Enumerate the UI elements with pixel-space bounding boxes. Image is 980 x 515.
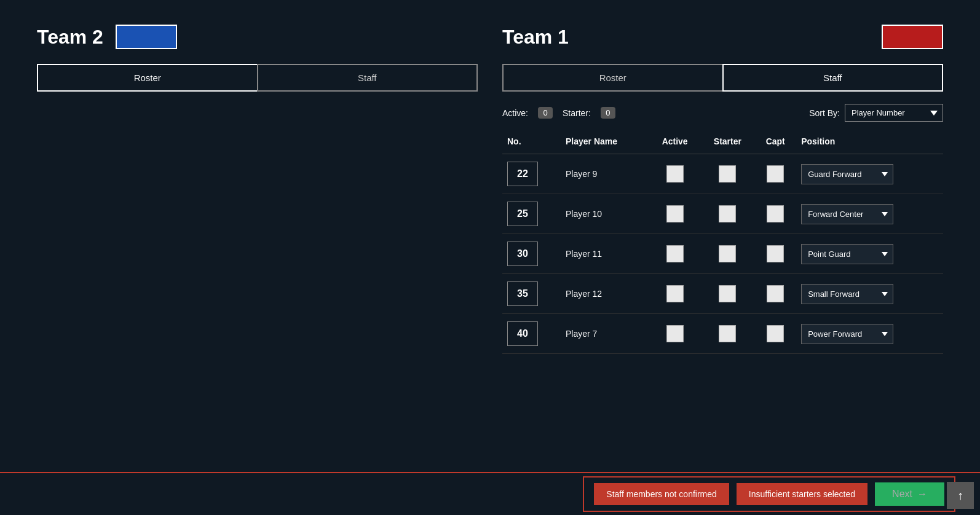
col-starter: Starter <box>700 132 754 154</box>
position-cell: Guard ForwardForward CenterPoint GuardSm… <box>796 234 943 274</box>
capt-checkbox[interactable] <box>767 245 784 262</box>
capt-checkbox-cell <box>754 194 796 234</box>
active-checkbox-cell <box>649 194 700 234</box>
capt-checkbox-cell <box>754 274 796 314</box>
capt-checkbox[interactable] <box>767 205 784 222</box>
team2-color-swatch <box>116 25 177 49</box>
starters-warning-button[interactable]: Insufficient starters selected <box>737 483 867 505</box>
team2-header: Team 2 <box>37 25 478 49</box>
team1-panel: Team 1 Roster Staff Active: 0 Starter: 0… <box>490 12 955 503</box>
player-name-cell: Player 11 <box>561 234 649 274</box>
sort-by-label: Sort By: <box>809 108 840 118</box>
active-count: 0 <box>538 107 553 119</box>
capt-checkbox-cell <box>754 234 796 274</box>
team2-tabs: Roster Staff <box>37 64 478 92</box>
bottom-bar: Staff members not confirmed Insufficient… <box>0 472 980 515</box>
player-name-cell: Player 12 <box>561 274 649 314</box>
player-number-cell: 30 <box>502 234 561 274</box>
col-active: Active <box>649 132 700 154</box>
col-position: Position <box>796 132 943 154</box>
active-checkbox[interactable] <box>666 285 684 302</box>
next-label: Next <box>892 489 912 500</box>
main-container: Team 2 Roster Staff Team 1 Roster Staff … <box>0 0 980 515</box>
capt-checkbox[interactable] <box>767 285 784 302</box>
player-number-cell: 25 <box>502 194 561 234</box>
starter-checkbox-cell <box>700 274 754 314</box>
starter-checkbox-cell <box>700 234 754 274</box>
starter-label: Starter: <box>563 108 591 118</box>
team2-title: Team 2 <box>37 26 103 49</box>
player-number-box: 35 <box>507 281 538 306</box>
active-checkbox[interactable] <box>666 245 684 262</box>
player-name-cell: Player 7 <box>561 314 649 354</box>
team2-panel: Team 2 Roster Staff <box>25 12 490 503</box>
team1-header: Team 1 <box>502 25 943 49</box>
active-checkbox[interactable] <box>666 205 684 222</box>
active-starter-info: Active: 0 Starter: 0 <box>502 107 615 119</box>
position-select[interactable]: Guard ForwardForward CenterPoint GuardSm… <box>801 324 893 344</box>
position-select[interactable]: Guard ForwardForward CenterPoint GuardSm… <box>801 284 893 304</box>
active-checkbox-cell <box>649 314 700 354</box>
active-label: Active: <box>502 108 528 118</box>
col-capt: Capt <box>754 132 796 154</box>
scroll-to-top-button[interactable]: ↑ <box>947 482 974 509</box>
team1-tabs: Roster Staff <box>502 64 943 92</box>
team1-tab-staff[interactable]: Staff <box>722 64 944 92</box>
starter-checkbox[interactable] <box>719 165 736 183</box>
active-checkbox[interactable] <box>666 325 684 342</box>
team1-tab-roster[interactable]: Roster <box>502 64 722 92</box>
position-cell: Guard ForwardForward CenterPoint GuardSm… <box>796 314 943 354</box>
position-select[interactable]: Guard ForwardForward CenterPoint GuardSm… <box>801 244 893 264</box>
position-select[interactable]: Guard ForwardForward CenterPoint GuardSm… <box>801 164 893 184</box>
player-number-cell: 40 <box>502 314 561 354</box>
starter-checkbox[interactable] <box>719 325 736 342</box>
table-row: 30Player 11Guard ForwardForward CenterPo… <box>502 234 943 274</box>
position-cell: Guard ForwardForward CenterPoint GuardSm… <box>796 154 943 194</box>
active-checkbox-cell <box>649 234 700 274</box>
active-checkbox[interactable] <box>666 165 684 183</box>
starter-checkbox-cell <box>700 194 754 234</box>
next-arrow: → <box>917 489 927 500</box>
position-select[interactable]: Guard ForwardForward CenterPoint GuardSm… <box>801 204 893 224</box>
table-row: 25Player 10Guard ForwardForward CenterPo… <box>502 194 943 234</box>
team2-tab-roster[interactable]: Roster <box>37 64 257 92</box>
player-number-box: 30 <box>507 242 538 266</box>
table-row: 35Player 12Guard ForwardForward CenterPo… <box>502 274 943 314</box>
starter-checkbox[interactable] <box>719 285 736 302</box>
player-name-cell: Player 10 <box>561 194 649 234</box>
active-checkbox-cell <box>649 274 700 314</box>
col-player-name: Player Name <box>561 132 649 154</box>
player-number-box: 25 <box>507 202 538 226</box>
player-number-cell: 35 <box>502 274 561 314</box>
staff-warning-button[interactable]: Staff members not confirmed <box>594 483 729 505</box>
player-number-box: 40 <box>507 321 538 346</box>
position-cell: Guard ForwardForward CenterPoint GuardSm… <box>796 274 943 314</box>
capt-checkbox[interactable] <box>767 165 784 183</box>
starter-checkbox-cell <box>700 314 754 354</box>
capt-checkbox-cell <box>754 314 796 354</box>
position-cell: Guard ForwardForward CenterPoint GuardSm… <box>796 194 943 234</box>
bottom-actions: Staff members not confirmed Insufficient… <box>583 476 955 512</box>
sort-select[interactable]: Player Number Player Name Position <box>845 104 943 122</box>
table-row: 40Player 7Guard ForwardForward CenterPoi… <box>502 314 943 354</box>
starter-checkbox-cell <box>700 154 754 194</box>
player-number-cell: 22 <box>502 154 561 194</box>
team1-color-swatch <box>882 25 943 49</box>
next-button[interactable]: Next → <box>875 482 944 506</box>
player-name-cell: Player 9 <box>561 154 649 194</box>
player-number-box: 22 <box>507 162 538 186</box>
capt-checkbox-cell <box>754 154 796 194</box>
starter-checkbox[interactable] <box>719 245 736 262</box>
col-no: No. <box>502 132 561 154</box>
starter-count: 0 <box>601 107 615 119</box>
team1-title: Team 1 <box>502 26 569 49</box>
player-table: No. Player Name Active Starter Capt Posi… <box>502 132 943 354</box>
sort-by-container: Sort By: Player Number Player Name Posit… <box>809 104 943 122</box>
table-row: 22Player 9Guard ForwardForward CenterPoi… <box>502 154 943 194</box>
team2-tab-staff[interactable]: Staff <box>257 64 478 92</box>
scroll-up-icon: ↑ <box>957 489 963 503</box>
starter-checkbox[interactable] <box>719 205 736 222</box>
active-checkbox-cell <box>649 154 700 194</box>
capt-checkbox[interactable] <box>767 325 784 342</box>
roster-controls: Active: 0 Starter: 0 Sort By: Player Num… <box>502 104 943 122</box>
